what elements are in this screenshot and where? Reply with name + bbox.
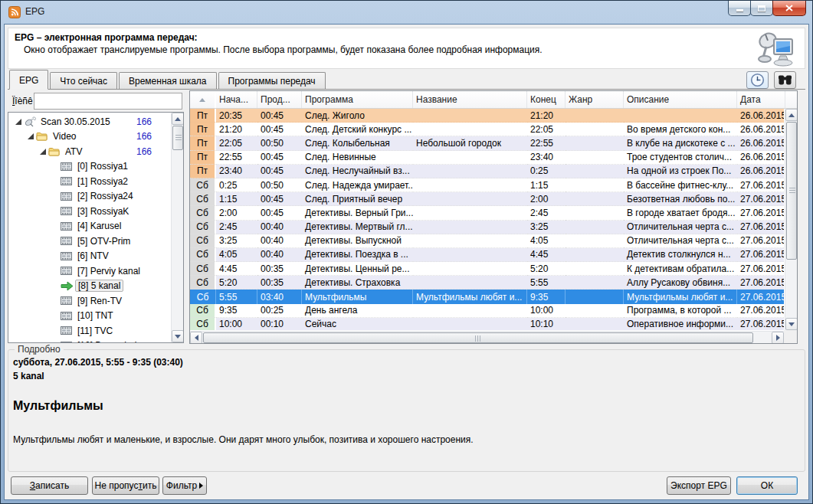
column-header-start[interactable]: Нача... <box>216 91 257 108</box>
search-input[interactable] <box>34 93 182 110</box>
epg-row[interactable]: Сб3:2500:40Детективы. Выпускной4:05Отлич… <box>190 234 784 248</box>
satellite-icon <box>24 116 38 127</box>
table-hscrollbar[interactable] <box>190 331 784 343</box>
tree-item[interactable]: [0] Rossiya1 <box>8 159 170 175</box>
column-header-desc[interactable]: Описание <box>624 91 737 108</box>
cell-name <box>413 178 527 192</box>
tree-item-label: [4] Karusel <box>75 221 123 231</box>
scroll-up-button[interactable] <box>172 113 184 125</box>
header-subtitle: Окно отображает транслируемые программы.… <box>24 44 543 55</box>
epg-row[interactable]: Сб2:4500:40Детективы. Мертвый гл...3:25О… <box>190 221 784 234</box>
tree-item-label: [5] OTV-Prim <box>75 236 133 247</box>
tab-epg[interactable]: EPG <box>9 70 48 90</box>
item-count: 166 <box>136 131 152 142</box>
tree-item[interactable]: [6] NTV <box>8 249 170 264</box>
column-header-end[interactable]: Конец <box>527 91 565 108</box>
expander-spacer <box>50 206 61 217</box>
tab-timeline[interactable]: Временная шкала <box>119 72 217 89</box>
cell-end: 21:20 <box>527 109 565 123</box>
search-programs-button[interactable] <box>774 71 796 89</box>
expander-icon[interactable] <box>13 116 24 127</box>
tree-item[interactable]: [4] Karusel <box>8 219 170 234</box>
epg-row[interactable]: Сб5:5503:40МультфильмыМультфильмы любят … <box>190 290 784 303</box>
tree-scrollbar-thumb[interactable] <box>172 126 183 150</box>
expander-icon[interactable] <box>25 131 36 142</box>
tree-item[interactable]: [9] Ren-TV <box>8 293 170 309</box>
cell-date: 27.06.2015 <box>737 276 784 290</box>
tree-item[interactable]: [12] Domashniy <box>8 339 170 343</box>
maximize-button[interactable] <box>750 1 773 16</box>
tree-item[interactable]: [2] Rossiya24 <box>8 189 170 205</box>
app-broadcast-icon <box>8 6 21 18</box>
scroll-down-button[interactable] <box>172 330 184 342</box>
scroll-right-button[interactable] <box>772 332 784 344</box>
header-panel: EPG – электронная программа передач: Окн… <box>8 28 805 69</box>
epg-row[interactable]: Сб1:1500:45След. Приятный вечер2:00Безот… <box>190 192 784 206</box>
column-header-day[interactable] <box>190 91 216 108</box>
record-button[interactable]: Записать <box>11 476 88 495</box>
cell-end: 22:55 <box>527 136 565 150</box>
cell-dur: 00:40 <box>257 234 302 248</box>
epg-row[interactable]: Сб2:0000:45Детективы. Верный Гри...2:45В… <box>190 206 784 220</box>
tree-item[interactable]: [10] TNT <box>8 309 170 324</box>
arrow-icon <box>61 281 75 291</box>
column-header-date[interactable]: Дата <box>737 91 785 108</box>
column-header-program[interactable]: Программа <box>302 91 413 108</box>
expander-icon[interactable] <box>38 146 48 157</box>
column-header-genre[interactable]: Жанр <box>565 91 624 108</box>
epg-row[interactable]: Пт21:2000:45След. Детский конкурс ...22:… <box>190 123 784 136</box>
cell-name <box>413 221 527 234</box>
scroll-left-button[interactable] <box>190 332 202 344</box>
minimize-button[interactable] <box>728 1 751 16</box>
cell-start: 4:45 <box>216 262 257 276</box>
cell-desc: Детектив столкнулся н... <box>624 248 737 262</box>
cell-desc: Оперативное информи... <box>624 318 737 330</box>
expander-spacer <box>50 250 61 261</box>
epg-row[interactable]: Сб9:3500:25День ангела10:00Программа, в … <box>190 304 784 318</box>
tree-item[interactable]: [8] 5 kanal <box>8 279 170 294</box>
epg-row[interactable]: Пт23:4000:45След. Неслучайный вз...0:25Н… <box>190 165 784 178</box>
tree-item[interactable]: [3] RossiyaK <box>8 204 170 219</box>
column-header-dur[interactable]: Прод... <box>257 91 302 108</box>
timeline-clock-button[interactable] <box>746 71 769 89</box>
tree-item[interactable]: [5] OTV-Prim <box>8 234 170 249</box>
cell-date: 27.06.2015 <box>737 192 784 206</box>
tree-item[interactable]: Scan 30.05.2015166 <box>8 114 170 129</box>
expander-spacer <box>50 221 61 231</box>
epg-row[interactable]: Сб0:2500:50След. Надежда умирает...1:15В… <box>190 178 784 192</box>
tree-item[interactable]: [1] Rossiya2 <box>8 174 170 189</box>
epg-row[interactable]: Пт22:5500:45След. Невинные23:40Трое студ… <box>190 151 784 165</box>
epg-row[interactable]: Сб10:0000:10Сейчас10:10Оперативное инфор… <box>190 318 784 330</box>
tree-item[interactable]: ATV166 <box>8 144 170 159</box>
filter-button[interactable]: Фильтр <box>162 476 207 495</box>
close-button[interactable] <box>772 1 806 16</box>
dont-miss-button[interactable]: Не пропустить <box>92 476 159 495</box>
film-icon <box>61 342 75 342</box>
epg-row[interactable]: Пт22:0500:50След. КолыбельнаяНебольшой г… <box>190 136 784 150</box>
table-hscroll-thumb[interactable] <box>203 332 753 343</box>
scroll-down-button[interactable] <box>785 318 798 330</box>
export-epg-button[interactable]: Экспорт EPG <box>667 476 731 495</box>
cell-genre <box>565 262 624 276</box>
tab-schedule[interactable]: Программы передач <box>218 72 326 89</box>
cell-dur: 00:40 <box>257 221 302 234</box>
tree-item[interactable]: [7] Perviy kanal <box>8 263 170 279</box>
tree-scrollbar[interactable] <box>171 113 183 342</box>
details-description: Мультфильмы любят и маленькие, и взрослы… <box>13 434 474 445</box>
ok-button[interactable]: ОК <box>736 476 798 495</box>
epg-row[interactable]: Сб4:0500:40Детективы. Поездка в ...4:45Д… <box>190 248 784 262</box>
table-vscrollbar[interactable] <box>785 109 797 330</box>
cell-name <box>413 109 527 123</box>
cell-start: 21:20 <box>216 123 257 136</box>
column-header-name[interactable]: Название <box>413 91 527 108</box>
table-vscroll-thumb[interactable] <box>786 122 797 260</box>
tab-now[interactable]: Что сейчас <box>50 72 117 89</box>
scroll-up-button[interactable] <box>785 109 798 121</box>
epg-row[interactable]: Сб4:4500:35Детективы. Ценный ре...5:20К … <box>190 262 784 276</box>
epg-row[interactable]: Сб5:2000:35Детективы. Страховка5:55Аллу … <box>190 276 784 290</box>
arrow-up-icon <box>788 113 795 117</box>
epg-row[interactable]: Пт20:3500:45След. Жиголо21:2026.06.2015 <box>190 109 784 123</box>
title-bar[interactable]: EPG <box>1 1 812 24</box>
tree-item[interactable]: Video166 <box>8 129 170 145</box>
tree-item[interactable]: [11] TVC <box>8 323 170 339</box>
